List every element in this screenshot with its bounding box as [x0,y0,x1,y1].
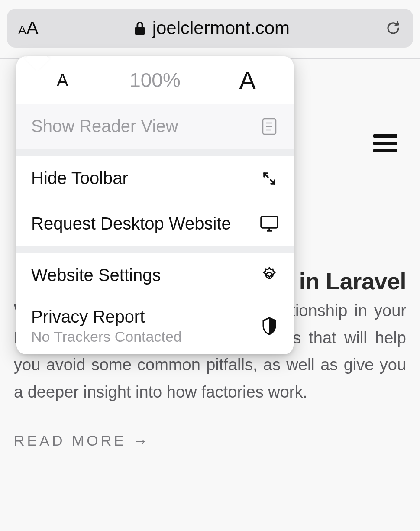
privacy-report-label: Privacy Report [31,307,182,327]
address-bar: AA joelclermont.com [7,9,413,48]
svg-rect-4 [261,217,278,228]
request-desktop-item[interactable]: Request Desktop Website [16,201,294,246]
read-more-link[interactable]: READ MORE → [14,432,406,450]
expand-icon [260,170,279,187]
arrow-right-icon: → [132,432,148,450]
hide-toolbar-item[interactable]: Hide Toolbar [16,156,294,201]
page-format-menu: A 100% A Show Reader View Hide Toolbar [16,56,294,354]
privacy-report-subtitle: No Trackers Contacted [31,328,182,345]
text-size-row: A 100% A [16,56,294,104]
page-format-button[interactable]: AA [18,18,39,39]
gear-icon [260,266,279,285]
aa-small-icon: A [18,23,26,37]
show-reader-view-item: Show Reader View [16,104,294,149]
hamburger-menu-button[interactable] [373,130,397,156]
read-more-label: READ MORE [14,432,126,449]
reader-icon [260,118,279,135]
show-reader-view-label: Show Reader View [31,117,178,136]
privacy-report-item[interactable]: Privacy Report No Trackers Contacted [16,298,294,354]
url-area[interactable]: joelclermont.com [39,18,384,39]
desktop-icon [260,215,279,232]
website-settings-item[interactable]: Website Settings [16,253,294,298]
increase-text-size-button[interactable]: A [201,56,294,104]
hide-toolbar-label: Hide Toolbar [31,168,128,188]
zoom-percentage: 100% [109,56,202,104]
reload-button[interactable] [384,19,402,37]
shield-icon [260,317,279,335]
lock-icon [133,20,146,36]
url-text: joelclermont.com [152,18,290,39]
request-desktop-label: Request Desktop Website [31,214,231,233]
website-settings-label: Website Settings [31,266,161,285]
article-title-fragment: s in Laravel [280,267,406,296]
aa-big-icon: A [26,18,39,39]
